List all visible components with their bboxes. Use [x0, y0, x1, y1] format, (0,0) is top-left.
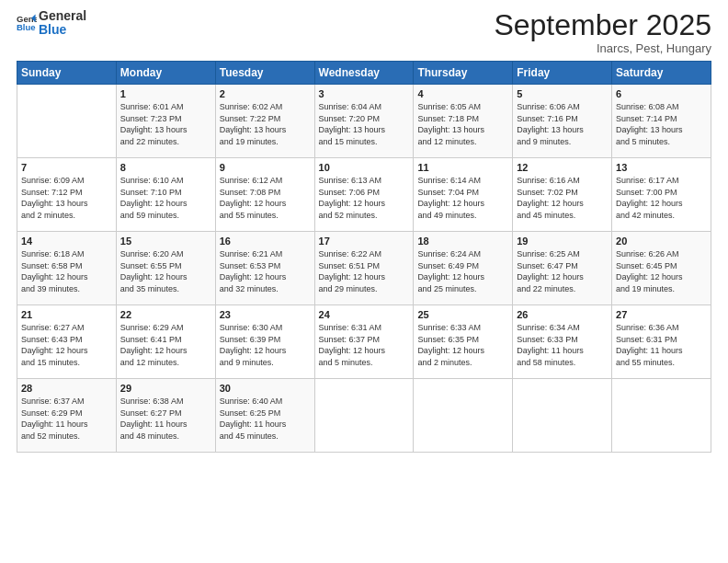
header-cell-thursday: Thursday — [414, 62, 513, 85]
calendar-cell: 4Sunrise: 6:05 AMSunset: 7:18 PMDaylight… — [414, 85, 513, 158]
calendar-cell: 19Sunrise: 6:25 AMSunset: 6:47 PMDayligh… — [513, 232, 612, 305]
calendar-cell: 29Sunrise: 6:38 AMSunset: 6:27 PMDayligh… — [116, 379, 215, 453]
calendar-cell: 6Sunrise: 6:08 AMSunset: 7:14 PMDaylight… — [612, 85, 711, 158]
cell-content: Sunrise: 6:08 AMSunset: 7:14 PMDaylight:… — [616, 101, 707, 147]
header-cell-saturday: Saturday — [612, 62, 711, 85]
logo-line2: Blue — [39, 23, 86, 37]
header-cell-wednesday: Wednesday — [314, 62, 414, 85]
cell-content: Sunrise: 6:05 AMSunset: 7:18 PMDaylight:… — [417, 101, 508, 147]
header: General Blue General Blue September 2025… — [17, 9, 711, 55]
calendar-cell — [314, 379, 414, 453]
cell-content: Sunrise: 6:04 AMSunset: 7:20 PMDaylight:… — [319, 101, 410, 147]
cell-content: Sunrise: 6:36 AMSunset: 6:31 PMDaylight:… — [616, 322, 707, 368]
cell-content: Sunrise: 6:29 AMSunset: 6:41 PMDaylight:… — [120, 322, 211, 368]
calendar-cell — [513, 379, 612, 453]
cell-content: Sunrise: 6:09 AMSunset: 7:12 PMDaylight:… — [21, 175, 112, 221]
day-number: 20 — [616, 236, 707, 247]
cell-content: Sunrise: 6:13 AMSunset: 7:06 PMDaylight:… — [319, 175, 410, 221]
cell-content: Sunrise: 6:17 AMSunset: 7:00 PMDaylight:… — [616, 175, 707, 221]
svg-text:Blue: Blue — [17, 22, 36, 32]
day-number: 2 — [220, 88, 311, 99]
cell-content: Sunrise: 6:16 AMSunset: 7:02 PMDaylight:… — [517, 175, 608, 221]
title-block: September 2025 Inarcs, Pest, Hungary — [494, 9, 711, 55]
week-row-2: 14Sunrise: 6:18 AMSunset: 6:58 PMDayligh… — [17, 232, 711, 305]
calendar-cell — [414, 379, 513, 453]
header-cell-sunday: Sunday — [17, 62, 117, 85]
day-number: 25 — [417, 309, 508, 320]
week-row-0: 1Sunrise: 6:01 AMSunset: 7:23 PMDaylight… — [17, 85, 711, 158]
calendar-cell: 16Sunrise: 6:21 AMSunset: 6:53 PMDayligh… — [215, 232, 314, 305]
header-row: SundayMondayTuesdayWednesdayThursdayFrid… — [17, 62, 711, 85]
calendar-cell: 9Sunrise: 6:12 AMSunset: 7:08 PMDaylight… — [215, 158, 314, 232]
day-number: 5 — [517, 88, 608, 99]
day-number: 21 — [21, 309, 112, 320]
calendar-cell: 3Sunrise: 6:04 AMSunset: 7:20 PMDaylight… — [314, 85, 414, 158]
page: General Blue General Blue September 2025… — [0, 0, 728, 563]
calendar-table: SundayMondayTuesdayWednesdayThursdayFrid… — [17, 61, 711, 453]
calendar-cell: 28Sunrise: 6:37 AMSunset: 6:29 PMDayligh… — [17, 379, 117, 453]
day-number: 26 — [517, 309, 608, 320]
day-number: 16 — [220, 236, 311, 247]
cell-content: Sunrise: 6:30 AMSunset: 6:39 PMDaylight:… — [220, 322, 311, 368]
cell-content: Sunrise: 6:31 AMSunset: 6:37 PMDaylight:… — [319, 322, 410, 368]
calendar-cell — [17, 85, 117, 158]
calendar-cell: 2Sunrise: 6:02 AMSunset: 7:22 PMDaylight… — [215, 85, 314, 158]
header-cell-monday: Monday — [116, 62, 215, 85]
calendar-cell: 27Sunrise: 6:36 AMSunset: 6:31 PMDayligh… — [612, 305, 711, 379]
calendar-cell: 12Sunrise: 6:16 AMSunset: 7:02 PMDayligh… — [513, 158, 612, 232]
cell-content: Sunrise: 6:14 AMSunset: 7:04 PMDaylight:… — [417, 175, 508, 221]
cell-content: Sunrise: 6:33 AMSunset: 6:35 PMDaylight:… — [417, 322, 508, 368]
day-number: 30 — [220, 383, 311, 394]
month-title: September 2025 — [494, 9, 711, 41]
cell-content: Sunrise: 6:22 AMSunset: 6:51 PMDaylight:… — [319, 248, 410, 294]
day-number: 6 — [616, 88, 707, 99]
calendar-cell: 30Sunrise: 6:40 AMSunset: 6:25 PMDayligh… — [215, 379, 314, 453]
day-number: 12 — [517, 162, 608, 173]
day-number: 8 — [120, 162, 211, 173]
day-number: 9 — [220, 162, 311, 173]
header-cell-tuesday: Tuesday — [215, 62, 314, 85]
cell-content: Sunrise: 6:24 AMSunset: 6:49 PMDaylight:… — [417, 248, 508, 294]
day-number: 11 — [417, 162, 508, 173]
calendar-cell: 11Sunrise: 6:14 AMSunset: 7:04 PMDayligh… — [414, 158, 513, 232]
cell-content: Sunrise: 6:26 AMSunset: 6:45 PMDaylight:… — [616, 248, 707, 294]
calendar-cell: 17Sunrise: 6:22 AMSunset: 6:51 PMDayligh… — [314, 232, 414, 305]
day-number: 29 — [120, 383, 211, 394]
cell-content: Sunrise: 6:12 AMSunset: 7:08 PMDaylight:… — [220, 175, 311, 221]
day-number: 7 — [21, 162, 112, 173]
cell-content: Sunrise: 6:01 AMSunset: 7:23 PMDaylight:… — [120, 101, 211, 147]
cell-content: Sunrise: 6:34 AMSunset: 6:33 PMDaylight:… — [517, 322, 608, 368]
calendar-cell: 14Sunrise: 6:18 AMSunset: 6:58 PMDayligh… — [17, 232, 117, 305]
calendar-cell: 10Sunrise: 6:13 AMSunset: 7:06 PMDayligh… — [314, 158, 414, 232]
cell-content: Sunrise: 6:06 AMSunset: 7:16 PMDaylight:… — [517, 101, 608, 147]
calendar-cell: 13Sunrise: 6:17 AMSunset: 7:00 PMDayligh… — [612, 158, 711, 232]
day-number: 4 — [417, 88, 508, 99]
day-number: 27 — [616, 309, 707, 320]
logo-icon: General Blue — [17, 13, 37, 33]
day-number: 18 — [417, 236, 508, 247]
calendar-cell: 8Sunrise: 6:10 AMSunset: 7:10 PMDaylight… — [116, 158, 215, 232]
day-number: 17 — [319, 236, 410, 247]
cell-content: Sunrise: 6:18 AMSunset: 6:58 PMDaylight:… — [21, 248, 112, 294]
cell-content: Sunrise: 6:40 AMSunset: 6:25 PMDaylight:… — [220, 396, 311, 442]
logo-line1: General — [39, 9, 86, 23]
subtitle: Inarcs, Pest, Hungary — [494, 41, 711, 55]
calendar-cell: 24Sunrise: 6:31 AMSunset: 6:37 PMDayligh… — [314, 305, 414, 379]
calendar-cell: 15Sunrise: 6:20 AMSunset: 6:55 PMDayligh… — [116, 232, 215, 305]
calendar-cell: 20Sunrise: 6:26 AMSunset: 6:45 PMDayligh… — [612, 232, 711, 305]
week-row-3: 21Sunrise: 6:27 AMSunset: 6:43 PMDayligh… — [17, 305, 711, 379]
day-number: 3 — [319, 88, 410, 99]
cell-content: Sunrise: 6:02 AMSunset: 7:22 PMDaylight:… — [220, 101, 311, 147]
cell-content: Sunrise: 6:37 AMSunset: 6:29 PMDaylight:… — [21, 396, 112, 442]
calendar-cell: 23Sunrise: 6:30 AMSunset: 6:39 PMDayligh… — [215, 305, 314, 379]
day-number: 13 — [616, 162, 707, 173]
calendar-cell: 21Sunrise: 6:27 AMSunset: 6:43 PMDayligh… — [17, 305, 117, 379]
header-cell-friday: Friday — [513, 62, 612, 85]
cell-content: Sunrise: 6:10 AMSunset: 7:10 PMDaylight:… — [120, 175, 211, 221]
cell-content: Sunrise: 6:20 AMSunset: 6:55 PMDaylight:… — [120, 248, 211, 294]
day-number: 28 — [21, 383, 112, 394]
logo: General Blue General Blue — [17, 9, 86, 38]
calendar-cell: 22Sunrise: 6:29 AMSunset: 6:41 PMDayligh… — [116, 305, 215, 379]
calendar-cell: 18Sunrise: 6:24 AMSunset: 6:49 PMDayligh… — [414, 232, 513, 305]
day-number: 1 — [120, 88, 211, 99]
